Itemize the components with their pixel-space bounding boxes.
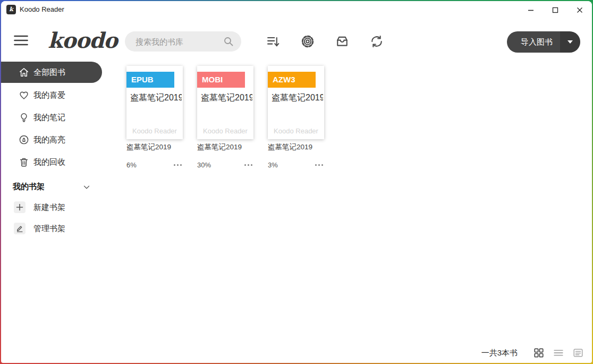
book-meta-row: 6% [126,161,183,169]
grid-view-icon [533,348,544,358]
book-meta-row: 30% [197,161,253,169]
gear-icon [300,34,315,49]
inbox-icon [335,34,350,49]
cover-view-icon [573,348,583,358]
manage-shelf-button[interactable]: 管理书架 [1,218,102,239]
book-cover[interactable]: EPUB 盗墓笔记2019 Koodo Reader [126,66,183,139]
sidebar-item-favorites[interactable]: 我的喜爱 [1,84,102,106]
sort-button[interactable] [266,34,281,49]
book-progress: 6% [126,161,137,169]
close-button[interactable] [567,1,592,19]
maximize-button[interactable] [543,1,567,19]
book-progress: 30% [197,161,211,169]
total-books-label: 一共3本书 [481,348,518,358]
shelf-header-label: 我的书架 [13,182,45,192]
heart-icon [18,89,30,101]
app-window: k Koodo Reader koodo [1,1,592,363]
book-cover-author: Koodo Reader [126,127,183,135]
book-cover-author: Koodo Reader [268,127,324,135]
format-badge: MOBI [197,72,245,88]
import-dropdown-button[interactable] [560,31,580,53]
format-badge: EPUB [126,72,174,88]
sync-button[interactable] [369,34,384,49]
book-cover[interactable]: MOBI 盗墓笔记2019 Koodo Reader [197,66,253,139]
search-icon[interactable] [222,35,235,50]
settings-button[interactable] [300,34,315,49]
list-view-button[interactable] [553,348,564,358]
home-icon [18,66,30,78]
sync-icon [369,34,384,49]
sidebar-item-trash[interactable]: 我的回收 [1,151,102,173]
minimize-icon [528,7,534,13]
pencil-icon [14,223,26,234]
book-grid: EPUB 盗墓笔记2019 Koodo Reader 盗墓笔记2019 6% M… [126,66,324,169]
new-shelf-label: 新建书架 [33,202,65,213]
new-shelf-button[interactable]: 新建书架 [1,197,102,218]
window-gradient-frame: k Koodo Reader koodo [0,0,593,364]
highlighter-icon [18,134,30,146]
sidebar: 全部图书 我的喜爱 我的笔记 [1,62,102,239]
import-books-button[interactable]: 导入图书 [507,31,580,53]
close-icon [577,7,583,13]
sidebar-item-label: 我的回收 [33,157,65,167]
book-item: MOBI 盗墓笔记2019 Koodo Reader 盗墓笔记2019 30% [197,66,253,169]
sidebar-item-label: 我的高亮 [33,135,65,145]
book-cover-title: 盗墓笔记2019 [201,92,252,104]
chevron-down-icon [567,40,573,44]
menu-button[interactable] [14,35,28,46]
search-input[interactable] [135,31,221,52]
book-more-button[interactable] [243,162,253,168]
plus-icon [14,201,26,213]
sidebar-item-label: 我的笔记 [33,113,65,123]
book-meta-row: 3% [268,161,324,169]
maximize-icon [552,7,558,13]
format-badge: AZW3 [268,72,316,88]
book-cover[interactable]: AZW3 盗墓笔记2019 Koodo Reader [268,66,324,139]
list-view-icon [553,348,564,358]
titlebar: k Koodo Reader [1,1,592,19]
book-item: AZW3 盗墓笔记2019 Koodo Reader 盗墓笔记2019 3% [268,66,324,169]
manage-shelf-label: 管理书架 [33,224,65,234]
shelf-section-header: 我的书架 [1,176,102,197]
book-cover-title: 盗墓笔记2019 [272,92,323,104]
minimize-button[interactable] [519,1,543,19]
lightbulb-icon [18,112,30,123]
book-title: 盗墓笔记2019 [268,142,324,152]
book-more-button[interactable] [173,162,183,168]
trash-icon [18,156,30,168]
import-books-label: 导入图书 [521,31,553,53]
koodo-logo: koodo [48,28,117,53]
sidebar-item-label: 我的喜爱 [33,90,65,100]
book-title: 盗墓笔记2019 [126,142,183,152]
search-box [125,31,241,52]
sidebar-item-notes[interactable]: 我的笔记 [1,106,102,129]
shelf-collapse-button[interactable] [82,182,91,194]
app-title: Koodo Reader [20,5,64,13]
hamburger-icon [14,35,28,46]
book-cover-title: 盗墓笔记2019 [130,92,182,104]
app-icon: k [6,5,16,14]
book-progress: 3% [268,161,278,169]
book-title: 盗墓笔记2019 [197,142,253,152]
book-more-button[interactable] [314,162,324,168]
sort-icon [266,34,281,49]
grid-view-button[interactable] [533,348,544,358]
sidebar-item-label: 全部图书 [33,67,65,78]
chevron-down-icon [82,182,91,192]
window-controls [519,1,592,19]
sidebar-item-highlights[interactable]: 我的高亮 [1,129,102,151]
cover-view-button[interactable] [573,348,583,358]
import-local-button[interactable] [335,34,350,49]
footer-bar: 一共3本书 [481,348,583,358]
sidebar-item-all-books[interactable]: 全部图书 [1,62,102,83]
book-item: EPUB 盗墓笔记2019 Koodo Reader 盗墓笔记2019 6% [126,66,183,169]
book-cover-author: Koodo Reader [197,127,253,135]
